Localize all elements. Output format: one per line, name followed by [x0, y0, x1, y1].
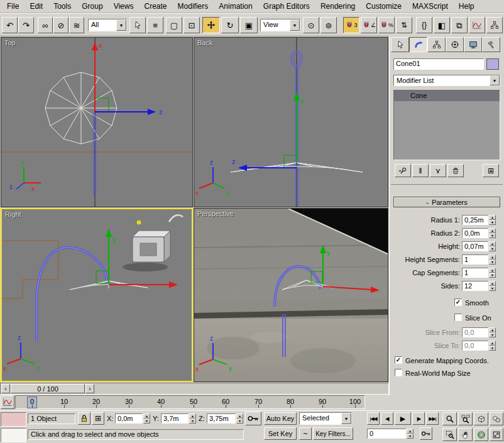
viewport-perspective[interactable]: y z x y Perspective	[194, 208, 388, 382]
pan-button[interactable]	[458, 428, 473, 441]
named-selection-sets-button[interactable]: {}	[416, 17, 432, 33]
configure-modifier-sets-button[interactable]: ⊞	[483, 164, 499, 177]
align-button[interactable]: ⧉	[451, 17, 468, 33]
key-mode-toggle[interactable]	[420, 427, 432, 440]
select-and-scale-button[interactable]: ▣	[240, 17, 258, 33]
reference-coordinate-dropdown[interactable]: View ▼	[260, 19, 300, 31]
selection-filter-dropdown[interactable]: All ▼	[88, 19, 127, 31]
time-slider-prev-button[interactable]: ‹	[1, 384, 10, 393]
unlink-selection-button[interactable]: ⊘	[53, 17, 68, 33]
viewport-label[interactable]: Right	[5, 211, 21, 218]
set-key-button[interactable]: Set Key	[264, 427, 297, 440]
modifier-list-dropdown[interactable]: Modifier List ▼	[393, 75, 500, 86]
height-field[interactable]: 0,07m	[462, 241, 488, 251]
key-filters-button[interactable]: Key Filters...	[313, 427, 353, 440]
undo-button[interactable]: ↶	[2, 17, 18, 33]
chevron-down-icon[interactable]: ▼	[290, 19, 300, 31]
bind-to-space-warp-button[interactable]: ≋	[69, 17, 84, 33]
zoom-extents-button[interactable]	[474, 412, 488, 425]
tab-motion[interactable]	[446, 37, 464, 52]
zoom-region-button[interactable]	[442, 428, 457, 441]
menu-maxscript[interactable]: MAXScript	[408, 0, 452, 13]
snap-toggle-3d-button[interactable]: 3	[343, 17, 359, 33]
angle-snap-toggle[interactable]: ∠	[361, 17, 377, 33]
maxscript-mini-listener-pink[interactable]	[1, 412, 26, 427]
select-and-move-button[interactable]	[202, 17, 220, 33]
rectangular-selection-region-button[interactable]: ▢	[166, 17, 182, 33]
menu-graph-editors[interactable]: Graph Editors	[259, 0, 314, 13]
use-pivot-point-center-button[interactable]: ⊙	[303, 17, 319, 33]
radius2-spinner[interactable]	[489, 228, 496, 238]
x-coord-field[interactable]: 0,0m	[115, 413, 143, 424]
real-world-checkbox[interactable]	[395, 369, 402, 376]
height-segments-field[interactable]: 1	[462, 254, 488, 265]
z-coord-spinner[interactable]	[236, 413, 243, 424]
sides-field[interactable]: 12	[462, 281, 488, 291]
chevron-down-icon[interactable]: ▼	[116, 19, 126, 31]
zoom-extents-all-button[interactable]	[490, 412, 503, 425]
mirror-button[interactable]: ◧	[434, 17, 450, 33]
menu-modifiers[interactable]: Modifiers	[173, 0, 213, 13]
modifier-stack[interactable]: Cone	[393, 90, 500, 160]
track-bar-ruler[interactable]: 0 10 20 30 40 50 60 70 80 90 100	[15, 395, 365, 409]
z-coord-field[interactable]: 3,75m	[207, 413, 236, 424]
viewport-back[interactable]: y z z x y Back	[194, 37, 388, 207]
menu-tools[interactable]: Tools	[49, 0, 75, 13]
viewport-label[interactable]: Back	[197, 39, 212, 46]
menu-file[interactable]: File	[3, 0, 23, 13]
viewport-label[interactable]: Perspective	[197, 210, 233, 217]
curve-editor-button[interactable]	[469, 17, 485, 33]
spinner-snap-toggle[interactable]: ⇅	[396, 17, 412, 33]
viewport-label[interactable]: Top	[4, 39, 16, 46]
time-slider-next-button[interactable]: ›	[85, 384, 94, 393]
tab-display[interactable]	[464, 37, 482, 52]
select-object-button[interactable]	[129, 17, 146, 33]
menu-group[interactable]: Group	[77, 0, 107, 13]
percent-snap-toggle[interactable]: %	[378, 17, 395, 33]
make-unique-button[interactable]: ⋎	[430, 164, 446, 177]
zoom-all-button[interactable]	[458, 412, 473, 425]
y-coord-spinner[interactable]	[189, 413, 196, 424]
menu-animation[interactable]: Animation	[214, 0, 256, 13]
menu-help[interactable]: Help	[454, 0, 479, 13]
select-by-name-button[interactable]: ≡	[147, 17, 163, 33]
x-coord-spinner[interactable]	[143, 413, 150, 424]
tab-utilities[interactable]	[482, 37, 500, 52]
height-segments-spinner[interactable]	[489, 254, 496, 265]
object-color-swatch[interactable]	[486, 58, 499, 70]
select-and-manipulate-button[interactable]: ⊚	[320, 17, 337, 33]
radius1-field[interactable]: 0,25m	[462, 215, 488, 225]
menu-edit[interactable]: Edit	[25, 0, 47, 13]
zoom-button[interactable]	[442, 412, 457, 425]
chevron-down-icon[interactable]: ▼	[341, 413, 351, 424]
viewport-top[interactable]: x z y x z Top	[1, 37, 193, 207]
arc-rotate-button[interactable]	[474, 428, 488, 441]
menu-create[interactable]: Create	[140, 0, 172, 13]
window-crossing-toggle[interactable]: ⊡	[184, 17, 200, 33]
maximize-viewport-toggle[interactable]	[490, 428, 503, 441]
go-to-start-button[interactable]: |◀◀	[367, 412, 380, 425]
height-spinner[interactable]	[489, 241, 496, 251]
set-keys-button[interactable]	[245, 412, 261, 425]
sides-spinner[interactable]	[489, 281, 496, 291]
menu-rendering[interactable]: Rendering	[316, 0, 359, 13]
smooth-checkbox[interactable]	[454, 298, 462, 306]
slice-on-checkbox[interactable]	[454, 314, 462, 321]
absolute-mode-toggle[interactable]: ⊞	[92, 412, 104, 425]
show-end-result-button[interactable]: ‖	[412, 164, 429, 177]
chevron-down-icon[interactable]: ▼	[490, 75, 500, 85]
object-name-field[interactable]: Cone01	[393, 58, 484, 70]
pin-stack-button[interactable]	[395, 164, 411, 177]
time-slider-track[interactable]: ‹ 0 / 100 ›	[0, 382, 389, 395]
radius1-spinner[interactable]	[489, 215, 496, 225]
stack-item-cone[interactable]: Cone	[394, 90, 500, 101]
selection-lock-toggle[interactable]	[78, 412, 90, 425]
select-and-rotate-button[interactable]: ↻	[221, 17, 239, 33]
new-key-default-inout-button[interactable]: ~	[299, 427, 312, 440]
current-frame-spinner[interactable]	[407, 429, 414, 439]
viewport-right[interactable]: y z x y Right	[1, 208, 193, 382]
select-and-link-button[interactable]: ∞	[38, 17, 53, 33]
y-coord-field[interactable]: 3,7m	[161, 413, 189, 424]
next-frame-button[interactable]: |▶	[412, 412, 425, 425]
schematic-view-button[interactable]	[486, 17, 503, 33]
